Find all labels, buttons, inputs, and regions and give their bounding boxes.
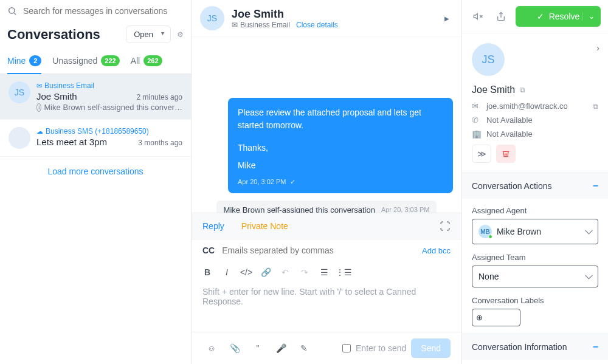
contact-name: Joe Smith bbox=[232, 8, 338, 21]
tab-count-badge: 222 bbox=[101, 55, 119, 66]
external-link-icon[interactable]: ⧉ bbox=[520, 86, 525, 94]
agent-name: Mike Brown bbox=[497, 227, 541, 236]
contact-avatar: JS bbox=[200, 6, 224, 30]
cc-label: CC bbox=[202, 246, 215, 255]
collapse-toggle[interactable]: ▶ bbox=[441, 12, 453, 24]
cc-input[interactable] bbox=[222, 246, 415, 255]
send-button[interactable]: Send bbox=[411, 338, 451, 358]
outgoing-message: Please review the attached proposal and … bbox=[228, 98, 453, 193]
conversation-item[interactable]: JS ✉Business Email Joe Smith 2 minutes a… bbox=[0, 74, 191, 120]
email-icon: ✉ bbox=[232, 21, 238, 29]
enter-to-send-toggle[interactable]: Enter to send bbox=[342, 343, 406, 353]
conversation-information-header[interactable]: Conversation Information − bbox=[462, 334, 608, 360]
conversation-item[interactable]: ☁Business SMS (+18186589650) Lets meet a… bbox=[0, 120, 191, 157]
search-input[interactable] bbox=[23, 6, 184, 16]
chevron-right-icon[interactable]: › bbox=[596, 43, 599, 53]
italic-icon[interactable]: I bbox=[222, 267, 232, 277]
resolve-label: Resolve bbox=[549, 12, 580, 21]
profile-company: Not Available bbox=[486, 129, 533, 139]
email-icon: ✉ bbox=[472, 101, 480, 111]
chevron-down-icon[interactable]: ⌄ bbox=[582, 12, 595, 21]
previous-conversation-button[interactable]: ≫ bbox=[472, 145, 491, 163]
contact-name: Joe Smith bbox=[36, 91, 77, 101]
reply-tab[interactable]: Reply bbox=[202, 221, 224, 231]
load-more-button[interactable]: Load more conversations bbox=[0, 157, 191, 186]
channel-label: Business Email bbox=[44, 81, 94, 90]
message-input[interactable]: Shift + enter for new line. Start with '… bbox=[192, 283, 461, 332]
conversation-actions-header[interactable]: Conversation Actions − bbox=[462, 173, 608, 199]
assigned-team-label: Assigned Team bbox=[472, 253, 598, 262]
conversation-labels-label: Conversation Labels bbox=[472, 296, 598, 305]
tab-label: Unassigned bbox=[52, 56, 97, 66]
bold-icon[interactable]: B bbox=[202, 267, 212, 277]
tab-all[interactable]: All 262 bbox=[131, 49, 162, 74]
message-text: Thanks, bbox=[238, 142, 443, 154]
mute-icon[interactable] bbox=[469, 8, 486, 25]
tab-count-badge: 2 bbox=[29, 55, 41, 66]
info-icon: i bbox=[36, 103, 41, 112]
collapse-icon[interactable]: − bbox=[593, 180, 598, 191]
add-label-button[interactable]: ⊕ bbox=[472, 309, 520, 326]
assigned-team-select[interactable]: None bbox=[472, 266, 598, 287]
message-timestamp: Apr 20, 3:02 PM bbox=[238, 177, 286, 187]
avatar bbox=[9, 127, 30, 149]
tab-count-badge: 262 bbox=[143, 55, 162, 66]
email-icon: ✉ bbox=[36, 82, 42, 90]
add-bcc-link[interactable]: Add bcc bbox=[422, 246, 451, 255]
tab-mine[interactable]: Mine 2 bbox=[7, 49, 41, 74]
tab-unassigned[interactable]: Unassigned 222 bbox=[52, 49, 119, 74]
emoji-icon[interactable]: ☺ bbox=[202, 339, 221, 357]
avatar: JS bbox=[9, 81, 30, 103]
check-icon: ✓ bbox=[290, 177, 295, 187]
status-filter-select[interactable]: Open bbox=[126, 26, 171, 43]
copy-icon[interactable]: ⧉ bbox=[593, 102, 598, 111]
assigned-agent-select[interactable]: MB Mike Brown bbox=[472, 219, 598, 244]
note-text: Mike Brown self-assigned this conversati… bbox=[224, 205, 375, 213]
preview-text: Lets meet at 3pm bbox=[36, 137, 107, 147]
enter-to-send-label: Enter to send bbox=[356, 343, 406, 353]
conversations-title: Conversations bbox=[7, 27, 100, 43]
assigned-agent-label: Assigned Agent bbox=[472, 206, 598, 215]
svg-line-1 bbox=[14, 13, 16, 15]
enter-to-send-checkbox[interactable] bbox=[342, 344, 351, 352]
profile-avatar: JS bbox=[472, 43, 505, 76]
system-note: Mike Brown self-assigned this conversati… bbox=[216, 201, 437, 213]
status-dot bbox=[488, 235, 492, 239]
section-title: Conversation Actions bbox=[472, 181, 552, 191]
quote-icon[interactable]: " bbox=[249, 339, 267, 357]
building-icon: 🏢 bbox=[472, 129, 480, 139]
delete-button[interactable] bbox=[496, 145, 516, 163]
bullet-list-icon[interactable]: ☰ bbox=[319, 267, 329, 277]
note-timestamp: Apr 20, 3:03 PM bbox=[381, 206, 430, 213]
collapse-icon[interactable]: − bbox=[593, 342, 598, 352]
svg-point-0 bbox=[9, 8, 15, 13]
section-title: Conversation Information bbox=[472, 342, 567, 352]
signature-icon[interactable]: ✎ bbox=[295, 339, 313, 357]
check-icon: ✓ bbox=[537, 12, 544, 21]
channel-label: Business Email bbox=[240, 21, 290, 29]
agent-avatar: MB bbox=[478, 225, 492, 238]
undo-icon[interactable]: ↶ bbox=[280, 267, 290, 277]
tab-label: Mine bbox=[7, 56, 26, 66]
timestamp: 2 minutes ago bbox=[137, 93, 182, 101]
code-icon[interactable]: </> bbox=[241, 267, 251, 277]
close-details-link[interactable]: Close details bbox=[296, 21, 338, 29]
link-icon[interactable]: 🔗 bbox=[261, 267, 271, 277]
sms-icon: ☁ bbox=[36, 128, 43, 136]
attachment-icon[interactable]: 📎 bbox=[226, 339, 244, 357]
tab-label: All bbox=[131, 56, 140, 66]
search-icon bbox=[7, 6, 17, 16]
filter-icon[interactable]: ⚙ bbox=[177, 30, 184, 39]
microphone-icon[interactable]: 🎤 bbox=[272, 339, 290, 357]
channel-label: Business SMS (+18186589650) bbox=[46, 127, 149, 136]
resolve-button[interactable]: ✓ Resolve ⌄ bbox=[516, 6, 601, 27]
private-note-tab[interactable]: Private Note bbox=[241, 221, 288, 231]
profile-name: Joe Smith bbox=[472, 84, 515, 95]
profile-phone: Not Available bbox=[486, 115, 533, 125]
ordered-list-icon[interactable]: ⋮☰ bbox=[339, 267, 348, 277]
timestamp: 3 months ago bbox=[138, 139, 182, 147]
svg-marker-2 bbox=[474, 13, 477, 19]
expand-icon[interactable] bbox=[440, 221, 451, 232]
share-icon[interactable] bbox=[492, 8, 510, 25]
redo-icon[interactable]: ↷ bbox=[300, 267, 309, 277]
